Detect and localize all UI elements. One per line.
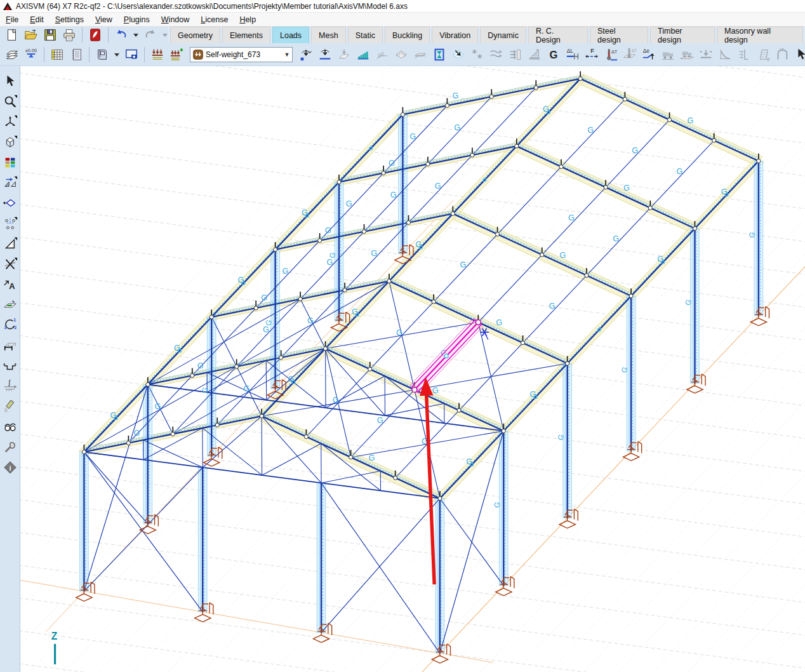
snow-load-panel-button[interactable] bbox=[449, 45, 468, 64]
select-pointer-button[interactable] bbox=[792, 45, 805, 64]
material-library-caret[interactable] bbox=[112, 45, 122, 64]
undo-button[interactable] bbox=[112, 25, 131, 44]
sidebar-options-settings[interactable] bbox=[1, 437, 20, 457]
sidebar-parts-table[interactable] bbox=[1, 335, 20, 356]
print-button[interactable] bbox=[60, 25, 79, 44]
sidebar-dimension-text[interactable]: A bbox=[1, 274, 20, 295]
svg-text:G: G bbox=[623, 184, 630, 192]
sidebar-section-polyline[interactable] bbox=[1, 356, 20, 376]
load-panel-button[interactable] bbox=[430, 45, 449, 64]
svg-text:ΔT: ΔT bbox=[632, 48, 637, 53]
material-library-button[interactable] bbox=[93, 45, 112, 64]
menu-window[interactable]: Window bbox=[156, 14, 195, 25]
load-case-selector[interactable]: Self-weight_673▼ bbox=[190, 47, 293, 62]
menu-view[interactable]: View bbox=[90, 14, 118, 25]
sidebar-delete-tools[interactable] bbox=[1, 254, 20, 274]
svg-text:G: G bbox=[549, 302, 556, 311]
sidebar-model-info[interactable]: i bbox=[1, 457, 20, 478]
svg-text:2: 2 bbox=[14, 325, 17, 330]
sidebar-section-segment[interactable]: ∫ bbox=[1, 376, 20, 396]
member-point-load-button[interactable] bbox=[316, 45, 335, 64]
length-fault-button[interactable]: ΔL bbox=[563, 45, 582, 64]
svg-text:G: G bbox=[389, 159, 395, 168]
svg-text:G: G bbox=[282, 267, 288, 276]
loads-toolbar: ±0.00Self-weight_673▼GΔLFΔTΔTΔeφʜe₀ bbox=[0, 43, 805, 66]
tab-steel-design[interactable]: Steel design bbox=[590, 27, 648, 43]
member-line-load-button bbox=[335, 45, 354, 64]
supports bbox=[76, 245, 769, 663]
sidebar-zoom-tools[interactable] bbox=[1, 91, 20, 112]
sidebar-display-options[interactable] bbox=[1, 417, 20, 437]
sidebar-geometric-transformations[interactable] bbox=[1, 173, 20, 193]
tab-timber-design[interactable]: Timber design bbox=[650, 27, 715, 43]
hydrostatic-load-button bbox=[525, 45, 544, 64]
table-browser-button[interactable] bbox=[48, 45, 67, 64]
load-groups-button[interactable] bbox=[167, 45, 186, 64]
menu-edit[interactable]: Edit bbox=[24, 14, 50, 25]
svg-text:ʜe₀: ʜe₀ bbox=[780, 47, 786, 51]
save-screenshot-button[interactable] bbox=[122, 45, 141, 64]
tab-geometry[interactable]: Geometry bbox=[170, 27, 220, 43]
sidebar-renumbering[interactable]: 123 bbox=[1, 315, 20, 335]
model-canvas[interactable]: GGGGGGGGGGGGGGGGGGGGGGGGGGGGGGGGGGGGGGGG… bbox=[20, 66, 805, 672]
sidebar-selection-arrow[interactable] bbox=[1, 71, 20, 91]
sidebar-move-handle[interactable] bbox=[1, 193, 20, 213]
tab-elements[interactable]: Elements bbox=[222, 27, 270, 43]
svg-text:i: i bbox=[9, 464, 11, 472]
sidebar-color-coding[interactable] bbox=[1, 152, 20, 173]
menu-help[interactable]: Help bbox=[234, 14, 262, 25]
svg-text:G: G bbox=[326, 258, 333, 267]
open-model-button[interactable] bbox=[22, 25, 41, 44]
sidebar-view-directions[interactable] bbox=[1, 112, 20, 132]
menu-plugins[interactable]: Plugins bbox=[118, 14, 156, 25]
svg-text:G: G bbox=[530, 390, 536, 399]
tab-mesh[interactable]: Mesh bbox=[311, 27, 346, 43]
undo-history-caret[interactable] bbox=[131, 25, 141, 44]
svg-text:G: G bbox=[371, 249, 377, 258]
sidebar-find-tool[interactable] bbox=[1, 396, 20, 417]
self-weight-button[interactable]: G bbox=[544, 45, 563, 64]
tab-masonry-wall-design[interactable]: Masonry wall design bbox=[717, 27, 803, 43]
menu-license[interactable]: License bbox=[195, 14, 234, 25]
nodal-load-button[interactable] bbox=[296, 45, 316, 64]
elevation-level-button[interactable]: ±0.00 bbox=[22, 45, 41, 64]
svg-text:G: G bbox=[396, 328, 403, 337]
load-case-icon bbox=[192, 49, 204, 60]
svg-text:G: G bbox=[460, 260, 466, 269]
frame-members bbox=[84, 76, 760, 653]
svg-text:G: G bbox=[721, 187, 728, 196]
variable-line-load-button[interactable] bbox=[354, 45, 373, 64]
tension-compression-button[interactable]: F bbox=[582, 45, 601, 64]
tab-r-c-design[interactable]: R. C. Design bbox=[528, 27, 588, 43]
support-displacement-button[interactable]: Δe bbox=[639, 45, 658, 64]
load-cases-button[interactable] bbox=[148, 45, 167, 64]
thermal-load-on-beams-button[interactable]: ΔT bbox=[601, 45, 620, 64]
tab-buckling[interactable]: Buckling bbox=[385, 27, 430, 43]
pdf-export-button[interactable] bbox=[86, 25, 105, 44]
surface-load-button bbox=[392, 45, 411, 64]
chevron-down-icon[interactable]: ▼ bbox=[282, 51, 292, 58]
layers-button[interactable] bbox=[3, 45, 22, 64]
new-model-button[interactable] bbox=[3, 25, 22, 44]
report-maker-button[interactable] bbox=[67, 45, 86, 64]
tab-loads[interactable]: Loads bbox=[272, 27, 309, 43]
sidebar-geometry-tools[interactable] bbox=[1, 234, 20, 254]
sidebar-background-layer-edit[interactable] bbox=[1, 295, 20, 315]
menu-bar: FileEditSettingsViewPluginsWindowLicense… bbox=[0, 13, 805, 27]
sidebar-workplanes[interactable] bbox=[1, 132, 20, 152]
menu-settings[interactable]: Settings bbox=[50, 14, 90, 25]
svg-text:G: G bbox=[390, 191, 397, 199]
menu-file[interactable]: File bbox=[0, 14, 24, 25]
svg-text:G: G bbox=[243, 384, 249, 393]
tab-dynamic[interactable]: Dynamic bbox=[480, 27, 526, 43]
tab-static[interactable]: Static bbox=[348, 27, 383, 43]
load-case-value: Self-weight_673 bbox=[206, 50, 282, 59]
tab-vibration[interactable]: Vibration bbox=[432, 27, 478, 43]
selected-member[interactable] bbox=[410, 318, 483, 394]
svg-text:±0.00: ±0.00 bbox=[25, 48, 37, 53]
surface-load-on-domain-button bbox=[411, 45, 430, 64]
svg-text:G: G bbox=[432, 386, 439, 395]
sidebar-nodal-dof[interactable] bbox=[1, 213, 20, 234]
svg-text:G: G bbox=[687, 116, 693, 125]
save-model-button[interactable] bbox=[41, 25, 60, 44]
